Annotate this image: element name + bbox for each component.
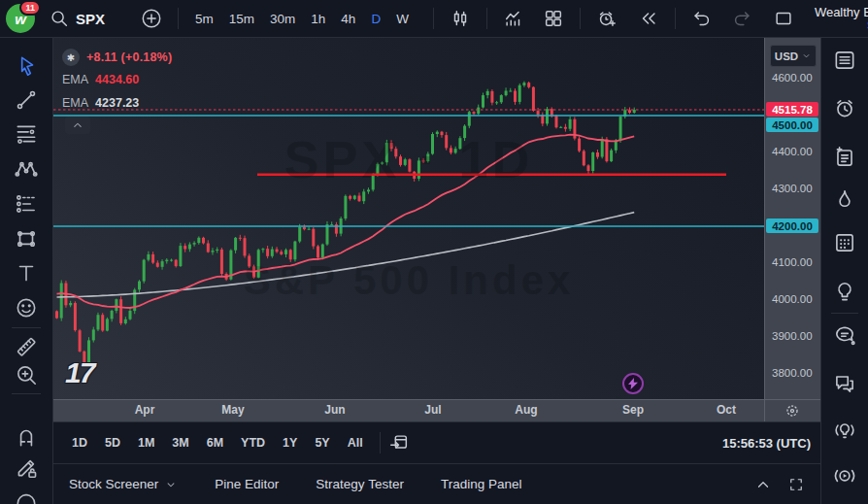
streams-icon[interactable]: [832, 418, 857, 443]
layout-grid-icon[interactable]: [543, 8, 564, 29]
price-label: 4300.00: [772, 183, 813, 194]
month-label-Aug[interactable]: Aug: [515, 403, 537, 417]
timeframe-30m[interactable]: 30m: [270, 12, 295, 26]
price-change: +8.11 (+0.18%): [86, 50, 172, 64]
candlestick-chart[interactable]: [53, 38, 764, 399]
panel-chevron-up-icon[interactable]: [754, 476, 772, 493]
undo-icon[interactable]: [691, 8, 713, 29]
price-label: 4100.00: [772, 256, 813, 268]
fullscreen-icon[interactable]: [787, 476, 805, 493]
level-price-badge[interactable]: 4200.00: [766, 218, 818, 233]
footer-right-controls: [754, 476, 805, 493]
range-1D[interactable]: 1D: [64, 432, 95, 454]
symbol-label: SPX: [76, 11, 105, 27]
month-label-Jul[interactable]: Jul: [424, 403, 441, 417]
ema-row[interactable]: EMA4434.60: [62, 73, 139, 86]
alerts-icon[interactable]: [832, 96, 857, 121]
draw-lock-tool[interactable]: [14, 455, 39, 481]
emoji-tool[interactable]: [14, 295, 39, 320]
toolbar-divider: [12, 393, 41, 394]
price-change-row[interactable]: ✱ +8.11 (+0.18%): [62, 49, 172, 66]
month-label-Oct[interactable]: Oct: [717, 403, 736, 417]
sidebar-divider: [831, 313, 858, 314]
event-lightning-marker[interactable]: [622, 373, 644, 394]
axis-settings-gear-icon[interactable]: [783, 401, 802, 420]
right-sidebar: [820, 38, 868, 504]
hide-marks-tool[interactable]: [14, 487, 39, 504]
level-price-badge[interactable]: 4500.00: [766, 118, 818, 132]
range-5D[interactable]: 5D: [97, 432, 128, 454]
range-YTD[interactable]: YTD: [233, 432, 273, 454]
timeframe-15m[interactable]: 15m: [229, 12, 254, 26]
layout-window-icon[interactable]: [773, 8, 794, 29]
ema-row[interactable]: EMA4237.23: [62, 96, 139, 110]
currency-dropdown[interactable]: USD: [770, 45, 817, 67]
measure-tool[interactable]: [14, 334, 39, 359]
chats-icon[interactable]: [832, 371, 857, 396]
footer-tab-pine-editor[interactable]: Pine Editor: [215, 477, 279, 491]
ema-label: EMA: [62, 73, 88, 86]
account-menu[interactable]: Wealthy Educ... Save: [815, 6, 868, 30]
price-axis[interactable]: USD 4600.004400.004300.004100.004000.003…: [764, 38, 820, 399]
footer-tab-trading-panel[interactable]: Trading Panel: [441, 477, 522, 491]
alert-add-icon[interactable]: [596, 8, 618, 29]
ideas-bulb-icon[interactable]: [832, 279, 857, 304]
range-1Y[interactable]: 1Y: [275, 432, 305, 454]
candle-style-icon[interactable]: [450, 8, 471, 29]
xabcd-pattern-tool[interactable]: [14, 156, 39, 182]
shapes-tool[interactable]: [14, 226, 39, 252]
toolbar-divider: [12, 327, 41, 328]
price-label: 4000.00: [772, 293, 813, 305]
news-icon[interactable]: [832, 145, 857, 170]
chat-cloud-icon[interactable]: [832, 322, 857, 348]
redo-icon[interactable]: [731, 8, 752, 29]
range-button-group: 1D5D1M3M6MYTD1Y5YAll: [63, 432, 372, 454]
month-label-Sep[interactable]: Sep: [622, 403, 644, 417]
watchlist-icon[interactable]: [832, 48, 857, 73]
range-All[interactable]: All: [340, 432, 371, 454]
footer-tab-stock-screener[interactable]: Stock Screener: [69, 477, 178, 491]
month-label-Jun[interactable]: Jun: [324, 403, 345, 417]
time-axis[interactable]: AprMayJunJulAugSepOct: [53, 399, 820, 421]
indicators-icon[interactable]: [503, 8, 524, 29]
goto-date-icon[interactable]: [388, 432, 410, 454]
timeframe-5m[interactable]: 5m: [195, 12, 214, 26]
symbol-search[interactable]: SPX: [49, 8, 105, 29]
month-label-Apr[interactable]: Apr: [135, 403, 155, 417]
top-toolbar: w 11 SPX 5m15m30m1h4hDW Wealthy Educ... …: [0, 0, 868, 38]
range-1M[interactable]: 1M: [130, 432, 162, 454]
hotlists-flame-icon[interactable]: [832, 186, 857, 212]
cursor-tool[interactable]: [14, 53, 39, 79]
drawing-toolbar: [0, 38, 53, 504]
timeframe-W[interactable]: W: [396, 12, 409, 26]
price-label: 3900.00: [772, 330, 813, 342]
fib-retracement-tool[interactable]: [14, 121, 39, 147]
timeframe-4h[interactable]: 4h: [341, 12, 355, 26]
current-price-badge: 4515.78: [766, 102, 818, 117]
month-label-May[interactable]: May: [221, 403, 244, 417]
zoom-in-tool[interactable]: [14, 362, 39, 387]
bar-replay-icon[interactable]: [638, 8, 659, 29]
text-tool[interactable]: [14, 260, 39, 286]
chart-plot[interactable]: SPX · 1D S&P 500 Index ✱ +8.11 (+0.18%) …: [53, 38, 764, 399]
economic-calendar-icon[interactable]: [832, 230, 857, 255]
source-asterisk-icon: ✱: [62, 49, 80, 66]
range-5Y[interactable]: 5Y: [307, 432, 337, 454]
clock-utc[interactable]: 15:56:53 (UTC): [722, 436, 811, 451]
ema-value: 4434.60: [95, 73, 139, 86]
forecast-tool[interactable]: [14, 191, 39, 217]
search-icon: [49, 8, 70, 29]
compare-add-icon[interactable]: [141, 8, 162, 29]
range-3M[interactable]: 3M: [164, 432, 196, 454]
footer-tab-strategy-tester[interactable]: Strategy Tester: [316, 477, 404, 491]
collapse-legend-button[interactable]: [65, 117, 90, 134]
ema-label: EMA: [62, 96, 88, 110]
timeframe-D[interactable]: D: [371, 12, 381, 26]
range-6M[interactable]: 6M: [199, 432, 231, 454]
live-broadcast-icon[interactable]: [832, 463, 857, 488]
trend-line-tool[interactable]: [14, 87, 39, 113]
magnet-tool[interactable]: [14, 424, 39, 450]
broker-logo[interactable]: w 11: [6, 4, 35, 33]
tradingview-logo[interactable]: 17: [65, 356, 93, 389]
timeframe-1h[interactable]: 1h: [311, 12, 325, 26]
